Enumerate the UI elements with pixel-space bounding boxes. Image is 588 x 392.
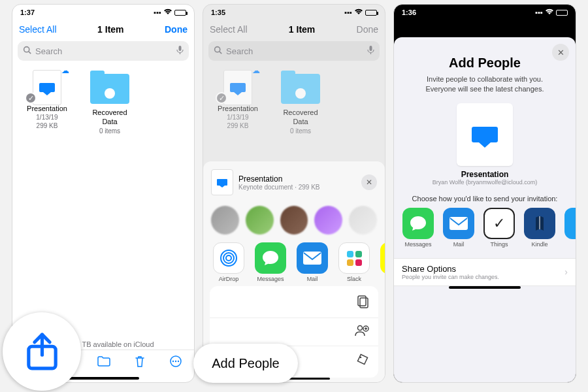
share-options-sub: People you invite can make changes. xyxy=(402,274,499,280)
invite-app-mail[interactable]: Mail xyxy=(441,208,476,248)
nav-title: 1 Item xyxy=(289,24,315,35)
app-label: AirDrop xyxy=(219,276,239,282)
svg-point-10 xyxy=(177,361,178,362)
file-item-presentation[interactable]: ✓ ☁︎ Presentation 1/13/19 299 KB xyxy=(22,70,73,135)
tag-icon xyxy=(356,353,369,368)
doc-owner: Bryan Wolfe (bryanmwolfe@icloud.com) xyxy=(394,179,576,186)
callout-label: Add People xyxy=(212,356,279,371)
svg-point-0 xyxy=(24,47,29,52)
invite-app-kindle[interactable]: Kindle xyxy=(522,208,557,248)
svg-point-23 xyxy=(360,356,362,358)
status-bar: 1:36 ▪▪▪ xyxy=(394,5,576,20)
action-add-people[interactable] xyxy=(210,318,378,346)
share-app-snap[interactable]: Sn xyxy=(378,242,385,275)
mail-icon xyxy=(443,208,474,239)
share-app-mail[interactable]: Mail xyxy=(295,242,330,275)
status-time: 1:37 xyxy=(20,8,35,16)
svg-point-15 xyxy=(226,255,231,261)
invite-app-things[interactable]: ✓ Things xyxy=(482,208,517,248)
svg-line-12 xyxy=(220,52,221,54)
messages-icon xyxy=(255,242,286,274)
app-label: Things xyxy=(490,241,508,248)
select-all-button: Select All xyxy=(210,24,248,35)
svg-rect-13 xyxy=(370,46,372,51)
search-placeholder: Search xyxy=(226,46,253,56)
svg-rect-18 xyxy=(303,252,321,265)
file-date: 1/13/19 xyxy=(22,113,73,122)
things-icon: ✓ xyxy=(483,208,515,239)
home-indicator[interactable] xyxy=(67,377,139,380)
svg-point-21 xyxy=(358,325,363,330)
signal-icon: ▪▪▪ xyxy=(154,8,161,16)
search-field[interactable]: Search xyxy=(18,41,189,61)
selected-check-icon: ✓ xyxy=(216,92,227,104)
share-app-messages[interactable]: Messages xyxy=(253,242,288,275)
share-doc-title: Presentation xyxy=(238,174,320,184)
kindle-icon xyxy=(524,208,555,239)
action-copy[interactable] xyxy=(210,289,378,318)
battery-icon xyxy=(174,10,186,16)
share-contact[interactable] xyxy=(314,206,342,235)
wifi-icon xyxy=(163,8,172,16)
cloud-upload-icon: ☁︎ xyxy=(61,66,69,76)
dictate-icon[interactable] xyxy=(176,46,184,57)
file-size: 299 KB xyxy=(212,122,263,130)
more-button[interactable] xyxy=(169,355,182,371)
move-button[interactable] xyxy=(97,356,110,370)
svg-point-11 xyxy=(215,47,220,52)
nav-bar: Select All 1 Item Done xyxy=(12,20,194,39)
doc-name: Presentation xyxy=(394,170,576,179)
delete-button[interactable] xyxy=(135,355,145,371)
svg-rect-24 xyxy=(449,217,468,230)
invite-apps-row: Messages Mail ✓ Things Kindle T xyxy=(394,208,576,254)
app-label: Messages xyxy=(404,241,431,248)
chevron-right-icon: › xyxy=(564,267,568,277)
file-item-recovered[interactable]: Recovered Data 0 items xyxy=(84,70,135,135)
share-close-button[interactable]: ✕ xyxy=(361,174,377,190)
select-all-button[interactable]: Select All xyxy=(19,24,57,35)
status-right: ▪▪▪ xyxy=(535,8,568,16)
file-size: 299 KB xyxy=(22,122,73,130)
share-app-airdrop[interactable]: AirDrop xyxy=(211,242,246,275)
share-contact[interactable] xyxy=(246,206,274,235)
share-contact[interactable] xyxy=(349,206,377,235)
home-indicator[interactable] xyxy=(449,286,521,289)
folder-icon xyxy=(281,74,320,104)
file-date: 1/13/19 xyxy=(212,113,263,122)
doc-preview xyxy=(457,103,513,166)
share-app-slack[interactable]: Slack xyxy=(336,242,372,275)
airdrop-icon xyxy=(213,242,244,274)
app-label: Messages xyxy=(257,276,284,282)
battery-icon xyxy=(365,10,377,16)
wifi-icon xyxy=(354,8,363,16)
share-contact[interactable] xyxy=(280,206,308,235)
file-item-presentation: ✓ ☁︎ Presentation 1/13/19 299 KB xyxy=(212,70,263,135)
status-bar: 1:37 ▪▪▪ xyxy=(12,5,194,20)
share-apps-row: AirDrop Messages Mail Slack xyxy=(203,236,385,282)
share-people-row[interactable] xyxy=(203,199,385,236)
svg-point-9 xyxy=(174,361,176,362)
share-contact[interactable] xyxy=(211,206,239,235)
file-item-recovered: Recovered Data 0 items xyxy=(275,70,326,135)
app-label: Mail xyxy=(307,276,318,282)
file-meta: 0 items xyxy=(84,127,135,135)
mail-icon xyxy=(297,242,328,274)
svg-point-8 xyxy=(172,361,173,362)
done-button[interactable]: Done xyxy=(165,24,188,35)
invite-app-twitter[interactable]: T xyxy=(563,208,576,248)
cloud-upload-icon: ☁︎ xyxy=(252,66,260,76)
close-button[interactable]: ✕ xyxy=(552,44,569,61)
twitter-icon xyxy=(564,208,576,239)
phone-add-people: 1:36 ▪▪▪ ✕ Add People Invite people to c… xyxy=(393,4,576,383)
share-options-row[interactable]: Share Options People you invite can make… xyxy=(394,258,576,286)
invite-app-messages[interactable]: Messages xyxy=(400,208,436,248)
search-placeholder: Search xyxy=(35,46,62,56)
done-button: Done xyxy=(357,24,378,35)
search-icon xyxy=(23,46,31,56)
signal-icon: ▪▪▪ xyxy=(344,8,352,16)
status-right: ▪▪▪ xyxy=(344,8,377,16)
callout-add-people: Add People xyxy=(193,344,298,383)
files-grid: ✓ ☁︎ Presentation 1/13/19 299 KB Recover… xyxy=(12,67,194,138)
dictate-icon xyxy=(367,46,374,57)
copy-icon xyxy=(357,295,369,311)
